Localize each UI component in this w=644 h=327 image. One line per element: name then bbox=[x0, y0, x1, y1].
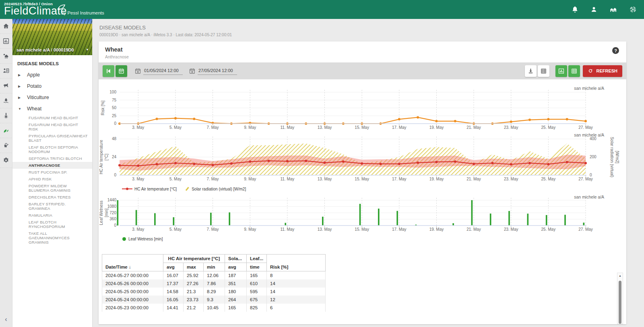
logo-subtitle: by Pessl Instruments bbox=[61, 10, 104, 15]
disease-model-ramularia[interactable]: RAMULARIA bbox=[12, 212, 92, 219]
disease-model-rust-puccinia-sp-[interactable]: RUST PUCCINIA SP. bbox=[12, 169, 92, 176]
svg-text:san michele a/A: san michele a/A bbox=[574, 86, 604, 91]
rail-weather-forecast-icon[interactable] bbox=[0, 49, 12, 64]
disease-model-nav: ▶Apple▶Potato▶Viticulture▼WheatFUSARIUM … bbox=[12, 69, 92, 246]
svg-text:25: 25 bbox=[112, 114, 117, 118]
rail-soil-moisture-icon[interactable] bbox=[0, 93, 12, 108]
legend-label: HC Air temperature [°C] bbox=[134, 187, 177, 191]
disease-model-fusarium-head-blight-risk[interactable]: FUSARIUM HEAD BLIGHT RISK bbox=[12, 121, 92, 132]
disease-model-leaf-blotch-septoria-nodorum[interactable]: LEAF BLOTCH SEPTORIA NODORUM bbox=[12, 144, 92, 155]
calendar-picker-button[interactable] bbox=[116, 65, 127, 77]
legend-item[interactable]: Leaf Wetness [min] bbox=[122, 237, 163, 241]
date-from-input[interactable] bbox=[143, 67, 183, 75]
chart-view-button[interactable] bbox=[555, 65, 567, 77]
rail-irrigation-icon[interactable] bbox=[0, 138, 12, 153]
svg-text:720: 720 bbox=[109, 211, 116, 215]
refresh-icon bbox=[588, 68, 593, 74]
live-connection-icon[interactable] bbox=[629, 6, 637, 13]
svg-text:21. May: 21. May bbox=[466, 125, 481, 130]
calendar-remove-icon bbox=[135, 68, 141, 74]
svg-text:25. May: 25. May bbox=[541, 177, 556, 181]
disease-group-viticulture[interactable]: ▶Viticulture bbox=[12, 92, 92, 103]
chevron-right-icon: ▶ bbox=[18, 96, 27, 99]
svg-text:360: 360 bbox=[109, 217, 116, 221]
disease-model-pyricularia-grisea-wheat-blast[interactable]: PYRICULARIA GRISEA/WHEAT BLAST bbox=[12, 132, 92, 144]
disease-model-leaf-blotch-rynchosporium[interactable]: LEAF BLOTCH RYNCHOSPORIUM bbox=[12, 219, 92, 230]
disease-model-aphid-risk[interactable]: APHID RISK bbox=[12, 176, 92, 182]
disease-group-potato[interactable]: ▶Potato bbox=[12, 81, 92, 92]
refresh-button[interactable]: REFRESH bbox=[583, 65, 622, 77]
jump-to-start-button[interactable] bbox=[103, 65, 114, 77]
scroll-up-icon[interactable]: ▲ bbox=[619, 274, 621, 277]
download-icon bbox=[527, 68, 534, 75]
svg-text:0: 0 bbox=[114, 223, 116, 228]
svg-text:17. May: 17. May bbox=[392, 125, 407, 130]
help-button[interactable]: ? bbox=[612, 47, 619, 54]
table-cell: 16.07 bbox=[163, 271, 184, 280]
station-selector[interactable]: san michele a/A / 000019D0 ▼ bbox=[12, 19, 92, 55]
rail-animal-production-icon[interactable] bbox=[0, 79, 12, 93]
download-button[interactable] bbox=[525, 65, 537, 77]
svg-text:1080: 1080 bbox=[107, 204, 117, 209]
disease-model-drechslera-teres[interactable]: DRECHSLERA TERES bbox=[12, 194, 92, 201]
rail-work-planning-icon[interactable] bbox=[0, 64, 12, 79]
table-row: 2024-05-26 00:00:0017.3727.267.863516101… bbox=[102, 279, 618, 288]
svg-text:5. May: 5. May bbox=[169, 177, 182, 181]
station-icon[interactable] bbox=[609, 6, 618, 13]
skip-start-icon bbox=[105, 68, 112, 75]
svg-text:9. May: 9. May bbox=[244, 227, 256, 232]
disease-model-anthracnose[interactable]: ANTHRACNOSE bbox=[12, 162, 92, 169]
disease-model-barley-stripe-d-graminea[interactable]: BARLEY STRIPE/D. GRAMINEA bbox=[12, 201, 92, 212]
legend-item[interactable]: HC Air temperature [°C] bbox=[122, 187, 177, 191]
rail-sensors-nodes-icon[interactable] bbox=[0, 108, 12, 123]
sidebar-collapse-button[interactable]: ‹ bbox=[0, 312, 12, 327]
disease-group-wheat[interactable]: ▼Wheat bbox=[12, 103, 92, 114]
disease-model-powdery-mildew-blumeria-graminis[interactable]: POWDERY MILDEW BLUMERIA GRAMINIS bbox=[12, 182, 92, 194]
legend-label: Solar radiation (virtual) [W/m2] bbox=[192, 187, 246, 191]
legend-item[interactable]: Solar radiation (virtual) [W/m2] bbox=[185, 186, 246, 191]
table-cell: 165 bbox=[225, 304, 247, 312]
page-title: DISEASE MODELS bbox=[99, 25, 626, 31]
station-selector-label: san michele a/A / 000019D0 bbox=[17, 48, 74, 52]
table-cell: 2024-05-26 00:00:00 bbox=[102, 279, 163, 288]
col-risk[interactable]: Risk [%] bbox=[267, 255, 326, 271]
rail-cropzones-icon[interactable] bbox=[0, 123, 12, 138]
svg-text:9. May: 9. May bbox=[244, 125, 256, 130]
svg-text:Risk [%]: Risk [%] bbox=[101, 100, 105, 115]
table-cell: 675 bbox=[247, 296, 267, 304]
chart-toolbar: REFRESH bbox=[99, 62, 626, 79]
data-table-button[interactable] bbox=[538, 65, 549, 77]
col-avg[interactable]: avg bbox=[163, 263, 184, 271]
table-cell: 12.06 bbox=[204, 271, 225, 280]
col-avg[interactable]: avg bbox=[225, 263, 247, 271]
table-icon bbox=[540, 68, 547, 75]
rail-station-data-icon[interactable] bbox=[0, 34, 12, 49]
grid-icon bbox=[571, 68, 578, 75]
col-date-time[interactable]: Date/Time ↓ bbox=[102, 255, 163, 271]
rail-home-icon[interactable] bbox=[0, 19, 12, 34]
results-table: Date/Time ↓HC Air temperature [°C]Sola..… bbox=[102, 254, 617, 312]
notifications-icon[interactable] bbox=[571, 6, 579, 13]
sort-desc-icon: ↓ bbox=[129, 265, 131, 269]
date-to-input[interactable] bbox=[198, 67, 237, 75]
chevron-right-icon: ▶ bbox=[18, 85, 27, 88]
col-min[interactable]: min bbox=[204, 263, 225, 271]
disease-model-take-all-gaeumannomyces-graminis[interactable]: TAKE ALL GAEUMANNOMYCES GRAMINIS bbox=[12, 230, 92, 246]
leaf-wetness-chart: 0360720108014403. May5. May7. May9. May1… bbox=[99, 194, 627, 234]
svg-text:11. May: 11. May bbox=[280, 125, 294, 130]
disease-group-label: Viticulture bbox=[27, 95, 49, 100]
user-account-icon[interactable] bbox=[590, 6, 598, 13]
disease-group-apple[interactable]: ▶Apple bbox=[12, 69, 92, 81]
disease-model-septoria-tritici-blotch[interactable]: SEPTORIA TRITICI BLOTCH bbox=[12, 155, 92, 162]
svg-text:13. May: 13. May bbox=[318, 227, 332, 232]
col-time[interactable]: time bbox=[247, 263, 267, 271]
svg-text:15. May: 15. May bbox=[355, 227, 369, 232]
scrollbar-thumb[interactable] bbox=[619, 281, 621, 324]
disease-model-fusarium-head-blight[interactable]: FUSARIUM HEAD BLIGHT bbox=[12, 114, 92, 121]
rail-settings-icon[interactable] bbox=[0, 153, 12, 168]
table-scrollbar[interactable]: ▲ bbox=[617, 273, 623, 324]
dot-marker-icon bbox=[122, 237, 126, 241]
col-max[interactable]: max bbox=[184, 263, 204, 271]
grid-view-button[interactable] bbox=[568, 65, 580, 77]
disease-model-card: Wheat Anthracnose ? bbox=[99, 41, 626, 324]
